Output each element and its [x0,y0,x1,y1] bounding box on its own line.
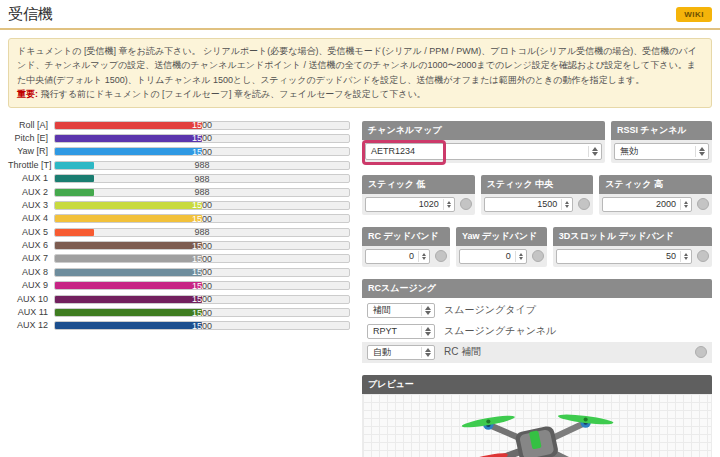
channel-label: AUX 3 [8,201,54,210]
channel-value-overlay: 1500 [192,215,202,222]
model-preview[interactable] [362,394,712,457]
deadband-section: Yaw デッドバンド0 [456,227,547,267]
channel-bar: 1500 [55,148,202,155]
page-header: 受信機 WIKI [0,0,720,30]
deadband-body: 0 [362,246,450,267]
channel-meter: 15001500 [54,121,350,130]
smoothing-select-value: RPYT [373,326,397,336]
channel-label: AUX 8 [8,268,54,277]
smoothing-label: スムージングタイプ [444,303,536,317]
channel-label: AUX 5 [8,228,54,237]
smoothing-select[interactable]: 補間 [367,303,435,318]
channel-value-overlay: 1500 [192,202,202,209]
dropdown-spinner-icon [695,146,705,157]
channel-label: Throttle [T] [8,161,54,170]
channel-bar: 1500 [55,202,202,209]
channel-meter: 15001500 [54,295,350,304]
stick-header: スティック 中央 [481,175,594,194]
channel-bar: 1500 [55,269,202,276]
channel-bar: 1500 [55,242,202,249]
spinner-icon[interactable] [421,326,431,337]
help-icon[interactable] [695,346,707,358]
spinner-icon[interactable] [680,251,688,262]
info-note: ドキュメントの [受信機] 章をお読み下さい。 シリアルポート(必要な場合)、受… [8,38,712,108]
channel-bar: 1500 [55,255,202,262]
spinner-icon[interactable] [515,251,523,262]
help-icon[interactable] [532,250,544,262]
channel-label: Roll [A] [8,121,54,130]
smoothing-select[interactable]: RPYT [367,324,435,339]
preview-header: プレビュー [362,375,712,394]
channel-row: AUX 815001500 [8,268,350,277]
spinner-icon[interactable] [418,251,426,262]
note-text: ドキュメントの [受信機] 章をお読み下さい。 シリアルポート(必要な場合)、受… [17,46,697,85]
channel-value-overlay: 1500 [192,282,202,289]
channel-row: AUX 915001500 [8,281,350,290]
channel-row: AUX 315001500 [8,201,350,210]
deadband-header: 3Dスロットル デッドバンド [553,227,712,246]
channel-row: AUX 1988988 [8,174,350,183]
stick-input[interactable]: 1020 [365,197,455,212]
deadband-input[interactable]: 0 [365,249,430,264]
smoothing-row: 自動RC 補間 [362,342,712,363]
deadband-input[interactable]: 0 [459,249,527,264]
channel-value-overlay: 1500 [192,322,202,329]
stick-input[interactable]: 1500 [484,197,574,212]
channel-value: 988 [194,228,209,237]
smoothing-select[interactable]: 自動 [367,345,435,360]
channel-label: Pitch [E] [8,134,54,143]
channels-panel: Roll [A]15001500Pitch [E]15001500Yaw [R]… [8,121,350,457]
deadband-section: 3Dスロットル デッドバンド50 [553,227,712,267]
rc-smoothing-header: RCスムージング [362,279,712,298]
stick-input[interactable]: 2000 [602,197,692,212]
channel-label: AUX 11 [8,308,54,317]
channel-map-select[interactable]: AETR1234 [365,143,602,160]
channel-row: AUX 5988988 [8,228,350,237]
channel-label: AUX 1 [8,174,54,183]
stick-section: スティック 低1020 [362,175,475,215]
channel-map-value: AETR1234 [371,146,415,156]
channel-bar: 1500 [55,122,202,129]
help-icon[interactable] [697,198,709,210]
channel-bar: 988 [55,175,94,182]
channel-meter: 15001500 [54,147,350,156]
channel-label: AUX 10 [8,295,54,304]
stick-section: スティック 高2000 [599,175,712,215]
rssi-channel-value: 無効 [620,145,638,158]
smoothing-row: RPYTスムージングチャンネル [362,321,712,342]
stick-header: スティック 高 [599,175,712,194]
help-icon[interactable] [578,198,590,210]
channel-meter: 988988 [54,228,350,237]
spinner-icon[interactable] [421,347,431,358]
channel-map-header: チャンネルマップ [362,121,605,140]
channel-label: AUX 4 [8,214,54,223]
smoothing-row: 補間スムージングタイプ [362,300,712,321]
spinner-icon[interactable] [421,305,431,316]
spinner-icon[interactable] [443,199,451,210]
channel-label: AUX 2 [8,188,54,197]
channel-meter: 15001500 [54,201,350,210]
rssi-channel-select[interactable]: 無効 [614,143,709,160]
channel-row: AUX 2988988 [8,188,350,197]
deadband-input[interactable]: 50 [556,249,692,264]
spinner-icon[interactable] [680,199,688,210]
channel-value-overlay: 1500 [192,242,202,249]
preview-section: プレビュー [362,375,712,457]
channel-row: Roll [A]15001500 [8,121,350,130]
channel-bar: 1500 [55,135,202,142]
help-icon[interactable] [435,250,447,262]
help-icon[interactable] [697,250,709,262]
channel-label: AUX 6 [8,241,54,250]
channel-row: Pitch [E]15001500 [8,134,350,143]
channel-value-overlay: 1500 [192,122,202,129]
rssi-channel-section: RSSI チャンネル 無効 [611,121,712,163]
rssi-channel-header: RSSI チャンネル [611,121,712,140]
channel-value-overlay: 1500 [192,309,202,316]
stick-value: 1500 [537,199,557,209]
wiki-button[interactable]: WIKI [676,7,712,22]
help-icon[interactable] [460,198,472,210]
channel-row: AUX 415001500 [8,214,350,223]
channel-value-overlay: 1500 [192,148,202,155]
spinner-icon[interactable] [561,199,569,210]
deadband-value: 0 [409,251,414,261]
